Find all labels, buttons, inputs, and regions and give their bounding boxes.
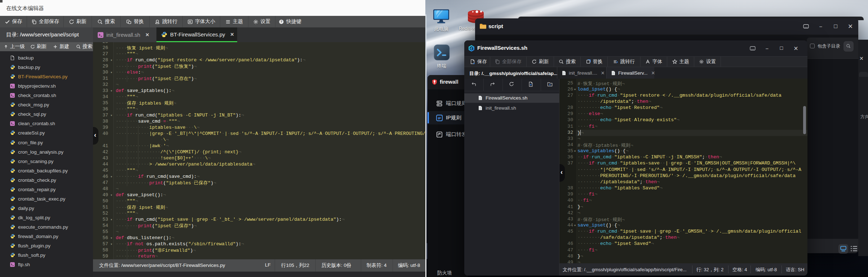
svg-text:?: ? [280,20,282,23]
svg-text:IP: IP [438,116,441,120]
